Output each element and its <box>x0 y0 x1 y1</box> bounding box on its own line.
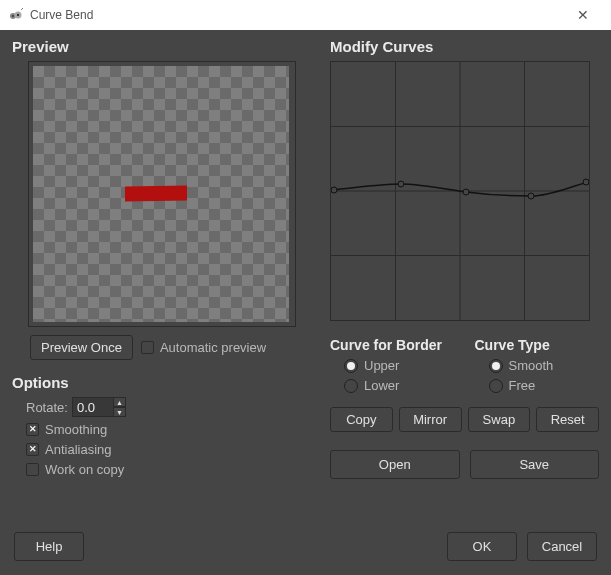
reset-button[interactable]: Reset <box>536 407 599 432</box>
preview-heading: Preview <box>12 38 312 55</box>
automatic-preview-checkbox[interactable] <box>141 341 154 354</box>
rotate-row: Rotate: ▲ ▼ <box>26 397 312 417</box>
smoothing-label: Smoothing <box>45 422 107 437</box>
preview-shape <box>125 185 187 201</box>
close-icon[interactable]: ✕ <box>563 7 603 23</box>
curve-bend-dialog: Curve Bend ✕ Preview Preview Once Automa… <box>0 0 611 575</box>
antialiasing-checkbox[interactable] <box>26 443 39 456</box>
smoothing-checkbox[interactable] <box>26 423 39 436</box>
free-radio[interactable] <box>489 379 503 393</box>
upper-label: Upper <box>364 358 399 373</box>
options-heading: Options <box>12 374 312 391</box>
copy-button[interactable]: Copy <box>330 407 393 432</box>
lower-label: Lower <box>364 378 399 393</box>
preview-canvas <box>33 66 289 322</box>
lower-radio[interactable] <box>344 379 358 393</box>
svg-point-2 <box>12 15 14 17</box>
open-button[interactable]: Open <box>330 450 460 479</box>
upper-radio[interactable] <box>344 359 358 373</box>
svg-point-3 <box>17 14 19 16</box>
rotate-spin-up[interactable]: ▲ <box>114 397 126 407</box>
right-column: Modify Curves <box>330 38 599 522</box>
svg-point-13 <box>528 193 534 199</box>
dialog-footer: Help OK Cancel <box>0 522 611 575</box>
svg-point-14 <box>583 179 589 185</box>
dialog-content: Preview Preview Once Automatic preview O… <box>0 30 611 522</box>
curve-for-border-heading: Curve for Border <box>330 337 455 353</box>
antialiasing-label: Antialiasing <box>45 442 112 457</box>
rotate-input[interactable] <box>72 397 114 417</box>
curve-editor[interactable] <box>330 61 590 321</box>
help-button[interactable]: Help <box>14 532 84 561</box>
svg-point-12 <box>463 189 469 195</box>
preview-controls: Preview Once Automatic preview <box>30 335 312 360</box>
swap-button[interactable]: Swap <box>468 407 531 432</box>
left-column: Preview Preview Once Automatic preview O… <box>12 38 312 522</box>
ok-button[interactable]: OK <box>447 532 517 561</box>
save-button[interactable]: Save <box>470 450 600 479</box>
smooth-label: Smooth <box>509 358 554 373</box>
rotate-spin-down[interactable]: ▼ <box>114 407 126 417</box>
svg-point-10 <box>331 187 337 193</box>
modify-curves-heading: Modify Curves <box>330 38 599 55</box>
cancel-button[interactable]: Cancel <box>527 532 597 561</box>
mirror-button[interactable]: Mirror <box>399 407 462 432</box>
rotate-label: Rotate: <box>26 400 68 415</box>
curve-action-buttons: Copy Mirror Swap Reset <box>330 407 599 432</box>
smooth-radio[interactable] <box>489 359 503 373</box>
curve-type-heading: Curve Type <box>475 337 600 353</box>
preview-once-button[interactable]: Preview Once <box>30 335 133 360</box>
preview-frame <box>28 61 296 327</box>
free-label: Free <box>509 378 536 393</box>
gimp-icon <box>8 7 24 23</box>
work-on-copy-checkbox[interactable] <box>26 463 39 476</box>
file-buttons: Open Save <box>330 450 599 479</box>
curve-settings: Curve for Border Upper Lower Curve Type … <box>330 337 599 393</box>
svg-point-11 <box>398 181 404 187</box>
work-on-copy-label: Work on copy <box>45 462 124 477</box>
window-title: Curve Bend <box>30 8 563 22</box>
automatic-preview-label: Automatic preview <box>160 340 266 355</box>
options-section: Options Rotate: ▲ ▼ Smoothing <box>12 374 312 482</box>
titlebar[interactable]: Curve Bend ✕ <box>0 0 611 30</box>
